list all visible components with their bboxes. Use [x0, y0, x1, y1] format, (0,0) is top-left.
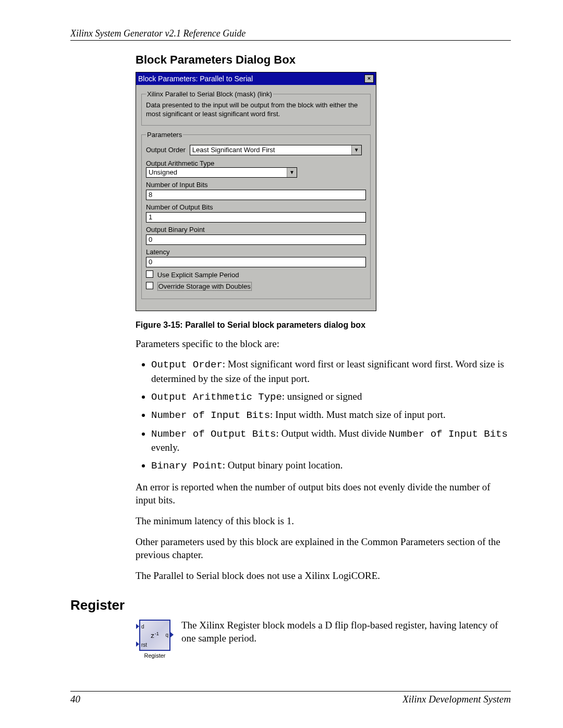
- arith-type-label: Output Arithmetic Type: [146, 159, 214, 167]
- dialog-group-parameters: Parameters Output Order Least Significan…: [141, 131, 371, 299]
- header-title: Xilinx System Generator v2.1 Reference G…: [70, 28, 246, 39]
- list-item: Binary Point: Output binary point locati…: [151, 459, 511, 473]
- bp-input[interactable]: [146, 235, 366, 245]
- figure-caption: Figure 3-15: Parallel to Serial block pa…: [136, 320, 511, 330]
- list-item: Output Order: Most significant word firs…: [151, 357, 511, 385]
- parameter-bullet-list: Output Order: Most significant word firs…: [136, 357, 511, 473]
- dialog-group-description: Xilinx Parallel to Serial Block (mask) (…: [141, 90, 371, 126]
- port-q: q: [165, 632, 168, 638]
- list-item: Output Arithmetic Type: unsigned or sign…: [151, 390, 511, 404]
- output-order-value: Least Significant Word First: [190, 145, 351, 155]
- dialog-description: Data presented to the input will be outp…: [146, 101, 366, 119]
- z-label: z-1: [151, 631, 159, 639]
- nin-input[interactable]: [146, 190, 366, 200]
- dialog-title: Block Parameters: Parallel to Serial: [138, 75, 253, 83]
- list-item: Number of Output Bits: Output width. Mus…: [151, 427, 511, 454]
- list-text: : Output binary point location.: [223, 460, 343, 471]
- page-header: Xilinx System Generator v2.1 Reference G…: [70, 28, 511, 41]
- code-text: Number of Input Bits: [389, 428, 508, 440]
- output-order-combo[interactable]: Least Significant Word First ▼: [190, 145, 362, 155]
- nin-label: Number of Input Bits: [146, 181, 366, 189]
- intro-text: Parameters specific to the block are:: [136, 337, 511, 351]
- paragraph: The minimum latency of this block is 1.: [136, 514, 511, 528]
- list-text: evenly.: [151, 442, 179, 453]
- code-text: Output Order: [151, 359, 223, 371]
- code-text: Binary Point: [151, 460, 223, 472]
- section-register-title: Register: [70, 597, 511, 613]
- list-item: Number of Input Bits: Input width. Must …: [151, 408, 511, 423]
- checkbox-explicit-period[interactable]: [146, 270, 153, 278]
- list-text: : Output width. Must divide: [276, 428, 388, 439]
- checkbox-explicit-period-label: Use Explicit Sample Period: [157, 271, 239, 279]
- dialog-parallel-to-serial: Block Parameters: Parallel to Serial × X…: [136, 72, 376, 311]
- paragraph: The Parallel to Serial block does not us…: [136, 569, 511, 583]
- bp-label: Output Binary Point: [146, 226, 366, 233]
- list-text: : Input width. Must match size of input …: [270, 409, 446, 420]
- register-icon-caption: Register: [136, 652, 174, 659]
- page-number: 40: [70, 694, 80, 705]
- register-block-icon: d q rst z-1 Register: [136, 619, 174, 659]
- chevron-down-icon[interactable]: ▼: [351, 145, 361, 155]
- lat-label: Latency: [146, 248, 366, 256]
- dialog-group-legend: Xilinx Parallel to Serial Block (mask) (…: [146, 90, 273, 98]
- arith-type-value: Unsigned: [146, 168, 287, 177]
- paragraph: An error is reported when the number of …: [136, 480, 511, 507]
- chevron-down-icon[interactable]: ▼: [287, 168, 297, 177]
- page-footer: 40 Xilinx Development System: [70, 691, 511, 705]
- parameters-legend: Parameters: [146, 131, 183, 139]
- nout-label: Number of Output Bits: [146, 203, 366, 211]
- port-d: d: [141, 624, 144, 630]
- checkbox-override-doubles-label: Override Storage with Doubles: [157, 282, 252, 291]
- close-icon[interactable]: ×: [364, 75, 374, 83]
- paragraph: Other parameters used by this block are …: [136, 535, 511, 562]
- code-text: Output Arithmetic Type: [151, 391, 282, 403]
- lat-input[interactable]: [146, 257, 366, 267]
- dialog-titlebar: Block Parameters: Parallel to Serial ×: [136, 72, 376, 85]
- output-order-label: Output Order: [146, 146, 186, 154]
- list-text: : unsigned or signed: [282, 391, 362, 402]
- section-title: Block Parameters Dialog Box: [136, 53, 511, 67]
- arith-type-combo[interactable]: Unsigned ▼: [146, 167, 297, 178]
- code-text: Number of Output Bits: [151, 428, 276, 440]
- nout-input[interactable]: [146, 212, 366, 223]
- footer-right: Xilinx Development System: [402, 694, 511, 705]
- checkbox-override-doubles[interactable]: [146, 282, 153, 289]
- port-rst: rst: [141, 642, 147, 648]
- code-text: Number of Input Bits: [151, 410, 270, 421]
- register-description: The Xilinx Register block models a D fli…: [181, 619, 511, 645]
